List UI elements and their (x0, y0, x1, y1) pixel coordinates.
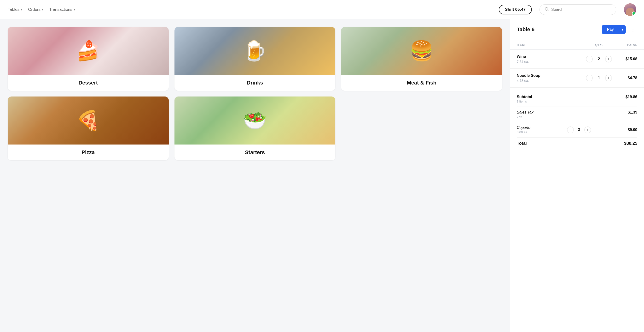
drinks-image (174, 27, 336, 75)
category-dessert[interactable]: Dessert (8, 27, 169, 91)
coperto-qty: 3 (577, 128, 582, 132)
coperto-decrease-button[interactable]: − (567, 126, 574, 133)
nav-transactions-label: Transactions (49, 7, 72, 12)
pizza-image (8, 96, 169, 144)
wine-qty-control: − 2 + (584, 56, 613, 62)
transactions-chevron-icon: ▾ (74, 8, 75, 11)
noodle-soup-total: $4.78 (613, 76, 637, 80)
avatar[interactable] (624, 3, 636, 16)
coperto-sub: 3.00 ea. (517, 130, 530, 134)
category-meat-fish[interactable]: Meat & Fish (341, 27, 502, 91)
wine-info: Wine 7.54 ea. (517, 55, 584, 64)
nav-tables[interactable]: Tables ▾ (8, 7, 22, 12)
tax-sub: 7 % (517, 115, 534, 119)
total-label: Total (517, 141, 527, 146)
total-amount: $30.25 (624, 141, 637, 146)
wine-qty: 2 (596, 57, 601, 61)
starters-image (174, 96, 336, 144)
noodle-soup-name: Noodle Soup (517, 73, 584, 78)
pizza-label: Pizza (8, 144, 169, 160)
dessert-label: Dessert (8, 75, 169, 91)
col-total-label: TOTAL (613, 43, 637, 47)
total-row: Total $30.25 (517, 137, 637, 149)
categories-panel: Dessert Drinks Meat & Fish Pizza Starter… (0, 19, 510, 332)
subtotal-amount: $19.86 (626, 95, 637, 99)
col-item-label: ITEM (517, 43, 584, 47)
wine-price: 7.54 ea. (517, 60, 584, 64)
wine-decrease-button[interactable]: − (586, 56, 593, 62)
nav-orders-label: Orders (28, 7, 40, 12)
orders-chevron-icon: ▾ (42, 8, 44, 11)
search-input[interactable] (551, 8, 611, 12)
main-nav: Tables ▾ Orders ▾ Transactions ▾ (8, 7, 491, 12)
tables-chevron-icon: ▾ (21, 8, 22, 11)
drinks-label: Drinks (174, 75, 336, 91)
svg-line-1 (548, 10, 548, 11)
shift-badge: Shift 05:47 (499, 5, 532, 15)
order-panel: Table 6 Pay ▾ ⋮ ITEM QTY. TOTAL Wine 7.5… (510, 19, 644, 332)
categories-grid: Dessert Drinks Meat & Fish Pizza Starter… (8, 27, 502, 160)
tax-info: Sales Tax 7 % (517, 110, 534, 119)
dessert-image (8, 27, 169, 75)
coperto-row: Coperto 3.00 ea. − 3 + $9.00 (517, 122, 637, 137)
more-options-button[interactable]: ⋮ (629, 26, 637, 33)
search-bar[interactable] (540, 4, 616, 15)
order-header: Table 6 Pay ▾ ⋮ (510, 19, 644, 40)
main-layout: Dessert Drinks Meat & Fish Pizza Starter… (0, 19, 644, 332)
order-header-actions: Pay ▾ ⋮ (602, 25, 637, 34)
wine-increase-button[interactable]: + (605, 56, 612, 62)
order-columns-header: ITEM QTY. TOTAL (510, 40, 644, 50)
nav-orders[interactable]: Orders ▾ (28, 7, 44, 12)
nav-tables-label: Tables (8, 7, 20, 12)
pay-dropdown-button[interactable]: ▾ (619, 25, 626, 34)
header: Tables ▾ Orders ▾ Transactions ▾ Shift 0… (0, 0, 644, 19)
coperto-qty-control: − 3 + (567, 126, 591, 133)
wine-total: $15.08 (613, 57, 637, 61)
col-qty-label: QTY. (584, 43, 613, 47)
tax-amount: $1.39 (628, 110, 637, 114)
noodle-soup-qty: 1 (596, 76, 601, 80)
coperto-amount: $9.00 (628, 128, 637, 132)
subtotal-sub: 3 items (517, 100, 532, 103)
order-item-noodle-soup: Noodle Soup 4.78 ea. − 1 + $4.78 (510, 69, 644, 88)
pay-button[interactable]: Pay (602, 25, 619, 34)
subtotal-label: Subtotal (517, 95, 532, 99)
coperto-info: Coperto 3.00 ea. (517, 125, 530, 134)
meat-fish-label: Meat & Fish (341, 75, 502, 91)
starters-label: Starters (174, 144, 336, 160)
noodle-soup-price: 4.78 ea. (517, 79, 584, 83)
search-icon (544, 7, 549, 12)
order-summary: Subtotal 3 items $19.86 Sales Tax 7 % $1… (510, 88, 644, 153)
noodle-soup-decrease-button[interactable]: − (586, 75, 593, 81)
coperto-increase-button[interactable]: + (584, 126, 591, 133)
noodle-soup-qty-control: − 1 + (584, 75, 613, 81)
category-drinks[interactable]: Drinks (174, 27, 336, 91)
meat-fish-image (341, 27, 502, 75)
noodle-soup-info: Noodle Soup 4.78 ea. (517, 73, 584, 83)
tax-row: Sales Tax 7 % $1.39 (517, 107, 637, 122)
tax-label: Sales Tax (517, 110, 534, 114)
pay-button-group: Pay ▾ (602, 25, 626, 34)
category-pizza[interactable]: Pizza (8, 96, 169, 160)
nav-transactions[interactable]: Transactions ▾ (49, 7, 75, 12)
subtotal-row: Subtotal 3 items $19.86 (517, 91, 637, 107)
noodle-soup-increase-button[interactable]: + (605, 75, 612, 81)
category-starters[interactable]: Starters (174, 96, 336, 160)
coperto-label: Coperto (517, 125, 530, 130)
table-title: Table 6 (517, 26, 534, 33)
subtotal-info: Subtotal 3 items (517, 95, 532, 103)
wine-name: Wine (517, 55, 584, 59)
order-item-wine: Wine 7.54 ea. − 2 + $15.08 (510, 50, 644, 69)
